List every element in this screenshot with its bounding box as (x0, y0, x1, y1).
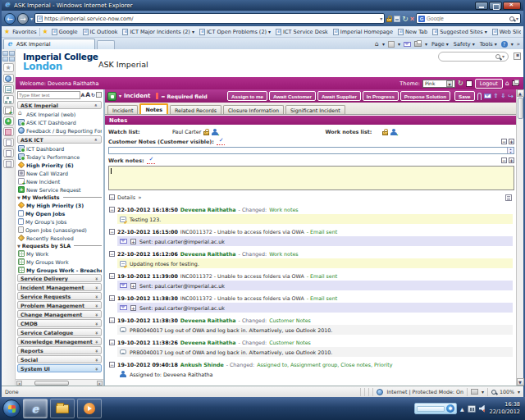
menu-safety[interactable]: Safety (453, 41, 476, 48)
taskbar-media-button[interactable] (77, 399, 102, 418)
tray-widget[interactable] (414, 403, 457, 414)
sidebar-section-service-catalogue[interactable]: Service Catalogue (17, 328, 102, 336)
scroll-down-icon[interactable]: ▼ (517, 378, 524, 386)
minimize-button[interactable] (475, 2, 488, 10)
help-icon[interactable] (501, 41, 508, 48)
back-button[interactable]: ← (4, 13, 16, 25)
home-icon[interactable] (505, 80, 509, 87)
grow-field-icon[interactable] (509, 158, 514, 163)
sidebar-item[interactable]: High Priority (6) (17, 161, 102, 169)
home-dropdown-icon[interactable] (382, 41, 385, 48)
vertical-scrollbar[interactable]: ▲ ▼ (516, 89, 523, 386)
sidebar-item[interactable]: My Groups Work (17, 258, 102, 266)
collapse-entry-icon[interactable] (109, 317, 115, 323)
edge-bookmark-sitemap[interactable] (3, 95, 14, 104)
scroll-left-icon[interactable]: ◂ (16, 381, 22, 386)
entry-changed-fields[interactable]: Customer Notes (269, 340, 311, 345)
customer-notes-input[interactable]: ▴▾ (108, 147, 514, 154)
browser-tab[interactable]: ASK Imperial (3, 39, 95, 49)
maximize-button[interactable] (489, 2, 502, 10)
action-button[interactable]: Assign to me (227, 91, 267, 101)
refresh-theme-icon[interactable] (458, 80, 463, 87)
expand-all-icon[interactable] (138, 194, 141, 201)
tab-related-records[interactable]: Related Records (170, 105, 221, 114)
edge-bookmark-doc1[interactable] (3, 138, 14, 147)
entry-changed-fields[interactable]: Assigned to, Assignment group, Close not… (257, 362, 392, 368)
attachment-icon[interactable] (477, 93, 482, 100)
sidebar-item[interactable]: ASK Imperial (web) (17, 110, 102, 118)
address-dropdown-icon[interactable] (380, 16, 382, 22)
action-button[interactable]: Await Supplier (317, 91, 361, 101)
favorites-button[interactable]: Favorites (12, 29, 36, 35)
address-bar[interactable]: https://imperial.service-now.com/ (34, 13, 385, 24)
scroll-up-icon[interactable]: ▲ (517, 89, 524, 97)
sidebar-section-system-ui[interactable]: System UI (17, 364, 102, 372)
layout-icon[interactable] (9, 57, 15, 62)
work-notes-textarea[interactable] (108, 166, 514, 190)
sidebar-section-header[interactable]: ASK Imperial (17, 101, 102, 109)
new-tab-button[interactable] (97, 40, 115, 49)
entry-actor[interactable]: Deveena Raithatha (180, 207, 236, 212)
sidebar-section-problem-management[interactable]: Problem Management (17, 301, 102, 309)
dropdown-arrow-icon[interactable] (192, 29, 194, 35)
global-search-box[interactable] (438, 52, 509, 62)
sidebar-item[interactable]: ICT Dashboard (17, 144, 102, 153)
zoom-magnifier-icon[interactable] (491, 390, 496, 395)
sidebar-section-knowledge-management[interactable]: Knowledge Management (17, 337, 102, 345)
edge-bookmark-doc3[interactable] (3, 159, 14, 168)
tab-incident[interactable]: Incident (107, 105, 138, 114)
start-button[interactable] (2, 399, 21, 418)
menu-tools[interactable]: Tools (479, 41, 498, 48)
layout-icon[interactable] (2, 57, 8, 62)
sidebar-section-incident-management[interactable]: Incident Management (17, 283, 102, 291)
search-magnifier-icon[interactable] (509, 16, 514, 21)
print-icon[interactable] (414, 41, 422, 47)
favorite-link[interactable]: IC Outlook (82, 29, 119, 35)
edge-bookmark-flag[interactable] (3, 127, 14, 136)
collapse-entry-icon[interactable] (109, 362, 115, 368)
logout-button[interactable]: Logout (475, 79, 503, 89)
add-favorite-icon[interactable] (42, 28, 48, 35)
zoom-dropdown-icon[interactable] (518, 389, 520, 395)
sidebar-section-social[interactable]: Social (17, 355, 102, 363)
entry-actor[interactable]: Deveena Raithatha (180, 317, 236, 323)
sidebar-item[interactable]: Today's Performance (17, 153, 102, 161)
scrollbar-thumb[interactable] (518, 98, 523, 119)
favorite-link[interactable]: Suggested Sites (431, 29, 488, 35)
favorite-link[interactable]: ICT Open Problems (2) (199, 29, 272, 35)
search-dropdown-icon[interactable] (516, 16, 518, 22)
collapse-header-button[interactable] (514, 52, 521, 60)
edge-bookmark-globe[interactable] (3, 74, 14, 83)
toggle-icon[interactable] (466, 80, 472, 87)
permalink-icon[interactable] (508, 93, 514, 100)
filter-input[interactable] (17, 91, 80, 99)
volume-icon[interactable] (479, 405, 486, 413)
sidebar-section-reports[interactable]: Reports (17, 346, 102, 354)
search-scope-dropdown-icon[interactable] (502, 53, 504, 60)
pushpin-icon[interactable] (94, 103, 100, 107)
home-icon[interactable] (375, 40, 379, 48)
zoom-level[interactable]: 100% (500, 389, 514, 395)
tab-significant-incident[interactable]: Significant Incident (285, 105, 345, 114)
sidebar-item[interactable]: Feedback / Bug Reporting Form (17, 126, 102, 135)
taskbar-ie-button[interactable] (23, 399, 48, 418)
font-larger-icon[interactable]: A (85, 91, 90, 98)
email-icon[interactable] (484, 94, 491, 98)
collapse-entry-icon[interactable] (109, 295, 115, 301)
collapse-entry-icon[interactable] (109, 340, 115, 345)
theme-dropdown-icon[interactable] (446, 80, 453, 87)
previous-record-icon[interactable]: ⇧ (494, 93, 499, 99)
sidebar-section-change-management[interactable]: Change Management (17, 310, 102, 318)
record-menu-dropdown-icon[interactable] (119, 93, 121, 99)
activity-filter-icon[interactable] (505, 194, 512, 201)
sidebar-item[interactable]: My High Priority (3) (17, 201, 102, 209)
expand-email-icon[interactable] (130, 283, 136, 289)
next-record-icon[interactable]: ⇩ (500, 93, 505, 99)
favorite-link[interactable]: Google (51, 29, 79, 35)
theme-select[interactable]: Pink (422, 80, 455, 88)
entry-changed-fields[interactable]: Customer Notes (269, 317, 311, 323)
history-dropdown-icon[interactable] (30, 16, 33, 22)
action-button[interactable]: Propose Solution (400, 91, 450, 101)
refresh-button[interactable] (402, 15, 409, 23)
action-button[interactable]: Await Customer (269, 91, 316, 101)
